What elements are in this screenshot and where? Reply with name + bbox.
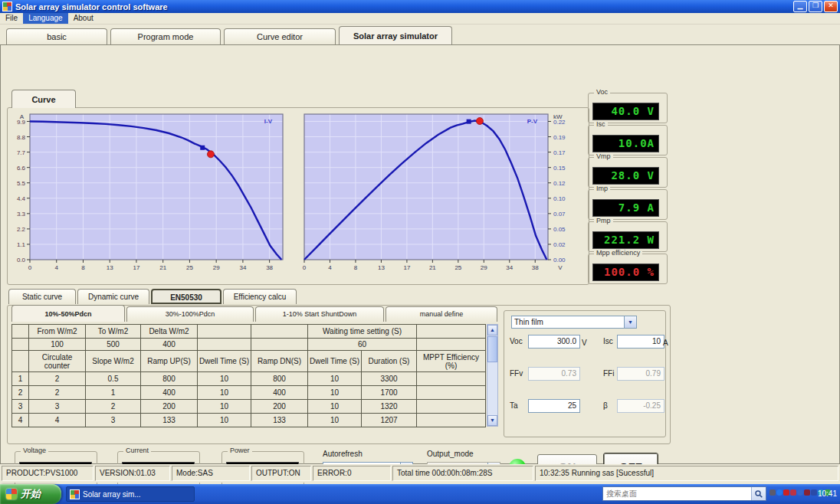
tab-1-10-start-shuntdown[interactable]: 1-10% Start ShuntDown bbox=[255, 306, 384, 322]
tick-label: 1.1 bbox=[17, 241, 26, 248]
tick-label: 0.0 bbox=[17, 257, 26, 263]
menu-item-language[interactable]: Language bbox=[23, 13, 68, 24]
data-cell[interactable] bbox=[417, 400, 486, 414]
data-cell[interactable]: 200 bbox=[141, 400, 198, 414]
data-cell[interactable] bbox=[417, 414, 486, 427]
data-cell[interactable]: 200 bbox=[251, 400, 308, 414]
data-cell[interactable]: 133 bbox=[251, 414, 308, 427]
tick-label: 34 bbox=[506, 264, 513, 271]
tray-icon-1[interactable] bbox=[769, 489, 776, 496]
header-cell: From W/m2 bbox=[29, 325, 86, 339]
tab-manual-define[interactable]: manual define bbox=[386, 306, 497, 322]
data-cell[interactable]: 4 bbox=[29, 414, 86, 427]
data-cell[interactable]: 3 bbox=[86, 414, 141, 427]
tab-dynamic-curve[interactable]: Dynamic curve bbox=[77, 289, 149, 304]
start-button[interactable]: 开始 bbox=[0, 484, 61, 504]
header-cell: To W/m2 bbox=[86, 325, 141, 339]
close-button[interactable]: ✕ bbox=[824, 1, 838, 12]
readout-label: Isc bbox=[594, 120, 608, 128]
chevron-down-icon[interactable]: ▼ bbox=[624, 316, 636, 328]
data-cell[interactable]: 133 bbox=[141, 414, 198, 427]
data-cell[interactable]: 10 bbox=[308, 386, 362, 400]
tab-curve[interactable]: Curve bbox=[11, 90, 76, 108]
tab-30-100-pdcn[interactable]: 30%-100%Pdcn bbox=[126, 306, 254, 322]
search-input[interactable] bbox=[603, 489, 751, 498]
table-header-row: 10050040060 bbox=[12, 339, 486, 351]
tray-icon-7[interactable] bbox=[811, 489, 817, 496]
tray-icon-3[interactable] bbox=[783, 489, 789, 496]
scrollbar-thumb[interactable] bbox=[487, 336, 497, 362]
tick-label: 0.12 bbox=[553, 180, 566, 187]
data-cell[interactable]: 1700 bbox=[362, 386, 417, 400]
profile-select[interactable]: Thin film ▼ bbox=[511, 316, 637, 329]
tick-label: 29 bbox=[213, 264, 220, 271]
tray-icon-5[interactable] bbox=[797, 489, 803, 496]
field-input-voc[interactable]: 300.0 bbox=[528, 335, 580, 349]
readout-isc: Isc10.0A bbox=[588, 125, 668, 155]
data-cell[interactable]: 800 bbox=[141, 372, 198, 386]
status-segment-4: OUTPUT:ON bbox=[251, 466, 311, 481]
ramp-profile-table: From W/m2To W/m2Delta W/m2Waiting time s… bbox=[11, 324, 486, 427]
tick-label: 0.07 bbox=[553, 211, 566, 218]
tick-label: 13 bbox=[107, 264, 113, 271]
menu-item-file[interactable]: File bbox=[0, 13, 23, 24]
scroll-up-arrow-icon[interactable]: ▲ bbox=[487, 325, 497, 335]
data-cell[interactable]: 10 bbox=[308, 414, 362, 427]
tray-icon-2[interactable] bbox=[776, 489, 783, 496]
header-cell bbox=[417, 339, 486, 351]
taskbar-task-solar-array[interactable]: Solar array sim... bbox=[66, 486, 195, 502]
scroll-down-arrow-icon[interactable]: ▼ bbox=[487, 415, 497, 426]
field-input-ta[interactable]: 25 bbox=[528, 399, 580, 413]
iv-chart: 04813172125293438V0.01.12.23.34.45.56.67… bbox=[10, 111, 286, 273]
start-button-label: 开始 bbox=[21, 487, 41, 501]
field-input-ffv: 0.73 bbox=[528, 367, 580, 381]
data-cell[interactable]: 2 bbox=[29, 386, 86, 400]
tab-efficiency-calcu[interactable]: Efficiency calcu bbox=[223, 289, 297, 304]
data-cell[interactable] bbox=[417, 372, 486, 386]
tab-static-curve[interactable]: Static curve bbox=[8, 289, 76, 304]
data-cell[interactable]: 10 bbox=[308, 372, 362, 386]
isc-display: 10.0A bbox=[592, 135, 659, 152]
minimize-button[interactable]: ▁ bbox=[793, 1, 807, 12]
tick-label: 4 bbox=[328, 264, 332, 271]
data-cell[interactable]: 2 bbox=[86, 400, 141, 414]
pv-curve-chart: 04813172125293438V0.000.020.050.070.100.… bbox=[298, 111, 583, 272]
taskbar: 开始 Solar array sim... 10:41 bbox=[0, 484, 840, 504]
data-cell[interactable]: 400 bbox=[141, 386, 198, 400]
tab-curve-editor[interactable]: Curve editor bbox=[224, 28, 336, 44]
data-cell[interactable]: 10 bbox=[198, 372, 251, 386]
menu-item-about[interactable]: About bbox=[68, 13, 99, 24]
data-cell[interactable]: 3 bbox=[29, 400, 86, 414]
header-cell bbox=[12, 351, 29, 372]
tab-basic[interactable]: basic bbox=[6, 28, 107, 44]
data-cell[interactable]: 0.5 bbox=[86, 372, 141, 386]
tab-en50530[interactable]: EN50530 bbox=[151, 289, 221, 304]
titlebar: Solar array simulator control software ▁… bbox=[0, 0, 840, 13]
tick-label: 0.10 bbox=[553, 195, 566, 202]
data-cell[interactable]: 10 bbox=[198, 400, 251, 414]
data-cell[interactable]: 2 bbox=[29, 372, 86, 386]
tab-solar-array-simulator[interactable]: Solar array simulator bbox=[339, 26, 452, 44]
maximize-button[interactable]: ❒ bbox=[809, 1, 822, 12]
tick-label: 8 bbox=[81, 264, 85, 271]
data-cell[interactable]: 3300 bbox=[362, 372, 417, 386]
data-cell[interactable]: 10 bbox=[198, 386, 251, 400]
table-scrollbar[interactable]: ▲ ▼ bbox=[487, 324, 498, 427]
tray-icon-4[interactable] bbox=[790, 489, 796, 496]
tab-10-50-pdcn[interactable]: 10%-50%Pdcn bbox=[11, 305, 125, 322]
tray-icon-6[interactable] bbox=[804, 489, 810, 496]
data-cell[interactable]: 10 bbox=[198, 414, 251, 427]
data-cell[interactable]: 10 bbox=[308, 400, 362, 414]
data-cell[interactable]: 1320 bbox=[362, 400, 417, 414]
data-cell[interactable]: 1207 bbox=[362, 414, 417, 427]
data-cell[interactable]: 800 bbox=[251, 372, 308, 386]
data-cell[interactable] bbox=[417, 386, 486, 400]
data-cell[interactable]: 1 bbox=[86, 386, 141, 400]
data-cell[interactable]: 400 bbox=[251, 386, 308, 400]
field-input-isc[interactable]: 10 bbox=[617, 335, 664, 349]
tick-label: 38 bbox=[266, 264, 273, 271]
tick-label: 0.15 bbox=[553, 165, 566, 172]
search-icon[interactable] bbox=[751, 487, 766, 500]
tab-program-mode[interactable]: Program mode bbox=[110, 28, 221, 44]
desktop-search-box[interactable] bbox=[602, 486, 766, 501]
